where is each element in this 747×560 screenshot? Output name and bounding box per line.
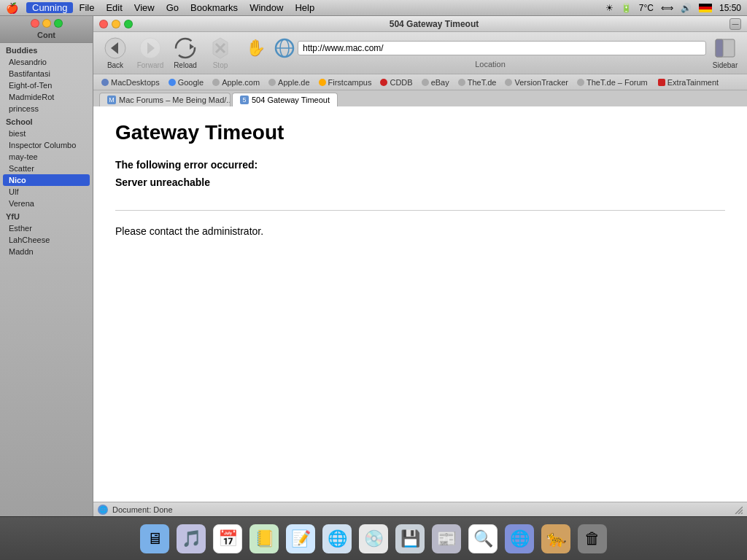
reload-icon — [174, 36, 197, 60]
title-bar: 504 Gateway Timeout — — [93, 16, 747, 32]
forward-button[interactable]: Forward — [134, 36, 166, 69]
sidebar-item-princess[interactable]: princess — [0, 103, 93, 114]
dock-cd[interactable]: 💿 — [357, 523, 390, 555]
bookmark-firstcampus-label: Firstcampus — [328, 78, 372, 87]
bookmark-firstcampus[interactable]: Firstcampus — [315, 77, 376, 88]
sidebar-item-maddn[interactable]: Maddn — [0, 246, 93, 257]
dock-addressbook[interactable]: 📒 — [248, 523, 280, 555]
error-divider — [115, 210, 725, 211]
menu-help[interactable]: Help — [289, 2, 320, 13]
section-buddies: Buddies — [0, 43, 93, 56]
browser-close[interactable] — [99, 20, 108, 28]
bookmark-macdesktops-label: MacDesktops — [111, 78, 160, 87]
sidebar-item-lahcheese[interactable]: LahCheese — [0, 234, 93, 246]
menu-go[interactable]: Go — [160, 2, 185, 13]
sidebar-item-verena[interactable]: Verena — [0, 198, 93, 209]
tab-gateway-label: 504 Gateway Timeout — [252, 96, 330, 104]
battery-icon: 🔋 — [621, 3, 632, 13]
bookmark-versiontracker[interactable]: VersionTracker — [501, 77, 572, 88]
dock-finder[interactable]: 🖥 — [139, 523, 171, 555]
dock: 🖥 🎵 📅 📒 📝 🌐 💿 💾 📰 🔍 🌐 🐆 🗑 — [0, 516, 747, 560]
back-label: Back — [107, 61, 123, 69]
back-button[interactable]: Back — [99, 36, 131, 69]
menu-cunning[interactable]: Cunning — [26, 2, 73, 13]
sidebar-item-biest[interactable]: biest — [0, 128, 93, 139]
menubar-status: ☀ 🔋 7°C ⟺ 🔊 15:50 — [605, 3, 741, 13]
window-minimize[interactable] — [42, 19, 51, 28]
section-yfu: YfU — [0, 209, 93, 222]
apple-menu[interactable]: 🍎 — [6, 2, 18, 14]
bookmark-extratainment[interactable]: ExtraTainment — [654, 77, 722, 88]
stop-button[interactable]: Stop — [204, 36, 236, 69]
bookmark-macdesktops[interactable]: MacDesktops — [98, 77, 163, 88]
tab-mac-forums[interactable]: M Mac Forums – Me Being Mad/... — [99, 93, 231, 106]
bookmark-apple-de[interactable]: Apple.de — [265, 77, 313, 88]
url-input[interactable] — [298, 41, 706, 55]
dock-textedit[interactable]: 📝 — [285, 523, 317, 555]
sidebar-item-bastifantasi[interactable]: Bastifantasi — [0, 68, 93, 79]
sidebar: Cont Buddies Alesandrio Bastifantasi Eig… — [0, 16, 93, 516]
stop-icon — [209, 36, 232, 60]
sidebar-item-inspector-columbo[interactable]: Inspector Columbo — [0, 139, 93, 151]
bookmark-thet-de-forum-icon — [577, 79, 584, 86]
stop-label: Stop — [213, 61, 228, 69]
network-icon: ⟺ — [661, 3, 673, 13]
menubar: 🍎 Cunning File Edit View Go Bookmarks Wi… — [0, 0, 747, 16]
dock-trash-icon: 🗑 — [578, 524, 607, 553]
svg-line-16 — [741, 513, 743, 514]
sidebar-item-eight-of-ten[interactable]: Eight-of-Ten — [0, 79, 93, 91]
window-maximize[interactable] — [54, 19, 63, 28]
dock-trash[interactable]: 🗑 — [576, 523, 608, 555]
dock-safari-icon: 🌐 — [322, 524, 352, 553]
resize-handle[interactable] — [734, 505, 743, 514]
menu-edit[interactable]: Edit — [100, 2, 128, 13]
dock-network[interactable]: 🌐 — [503, 523, 535, 555]
bookmark-thet-de[interactable]: TheT.de — [454, 77, 500, 88]
hand-button[interactable]: ✋ — [239, 36, 271, 69]
browser-traffic-lights — [99, 20, 133, 28]
sidebar-item-scatter[interactable]: Scatter — [0, 163, 93, 174]
bookmark-thet-de-forum[interactable]: TheT.de – Forum — [573, 77, 651, 88]
bookmark-google-label: Google — [178, 78, 204, 87]
bookmark-cddb-label: CDDB — [390, 78, 412, 87]
dock-finder-icon: 🖥 — [140, 524, 169, 553]
dock-news[interactable]: 📰 — [430, 523, 462, 555]
browser-minimize[interactable] — [112, 20, 120, 28]
menu-window[interactable]: Window — [244, 2, 289, 13]
menu-view[interactable]: View — [128, 2, 160, 13]
tab-gateway-timeout[interactable]: 5 504 Gateway Timeout — [232, 93, 338, 106]
dock-itunes[interactable]: 🎵 — [175, 523, 207, 555]
dock-safari[interactable]: 🌐 — [321, 523, 353, 555]
window-close[interactable] — [31, 19, 39, 28]
bookmark-cddb-icon — [380, 79, 387, 86]
menu-file[interactable]: File — [73, 2, 100, 13]
dock-disk[interactable]: 💾 — [394, 523, 426, 555]
dock-calendar-icon: 📅 — [213, 524, 242, 553]
tabs-bar: M Mac Forums – Me Being Mad/... 5 504 Ga… — [93, 90, 747, 106]
reload-button[interactable]: Reload — [169, 36, 201, 69]
dock-panther[interactable]: 🐆 — [540, 523, 572, 555]
menu-bookmarks[interactable]: Bookmarks — [185, 2, 244, 13]
url-area: Location — [274, 38, 706, 69]
bookmark-cddb[interactable]: CDDB — [376, 77, 416, 88]
sidebar-item-esther[interactable]: Esther — [0, 222, 93, 234]
bookmark-apple-com-label: Apple.com — [222, 78, 260, 87]
sidebar-item-may-tee[interactable]: may-tee — [0, 151, 93, 163]
dock-news-icon: 📰 — [432, 524, 461, 553]
error-subtitle: The following error occurred: — [115, 159, 725, 171]
bookmark-apple-com[interactable]: Apple.com — [209, 77, 263, 88]
bookmark-google-icon — [169, 79, 176, 86]
browser-zoom[interactable] — [124, 20, 133, 28]
reload-label: Reload — [174, 61, 197, 69]
sidebar-item-nico[interactable]: Nico — [3, 174, 90, 186]
bookmark-ebay[interactable]: eBay — [418, 77, 453, 88]
bookmark-google[interactable]: Google — [165, 77, 207, 88]
bookmark-versiontracker-icon — [505, 79, 512, 86]
sidebar-item-alesandrio[interactable]: Alesandrio — [0, 56, 93, 68]
dock-google[interactable]: 🔍 — [467, 523, 499, 555]
sidebar-item-madmiderot[interactable]: MadmideRot — [0, 91, 93, 103]
sidebar-toggle-button[interactable]: Sidebar — [709, 36, 741, 69]
collapse-button[interactable]: — — [729, 18, 741, 30]
sidebar-item-ulf[interactable]: Ulf — [0, 186, 93, 198]
dock-calendar[interactable]: 📅 — [212, 523, 244, 555]
